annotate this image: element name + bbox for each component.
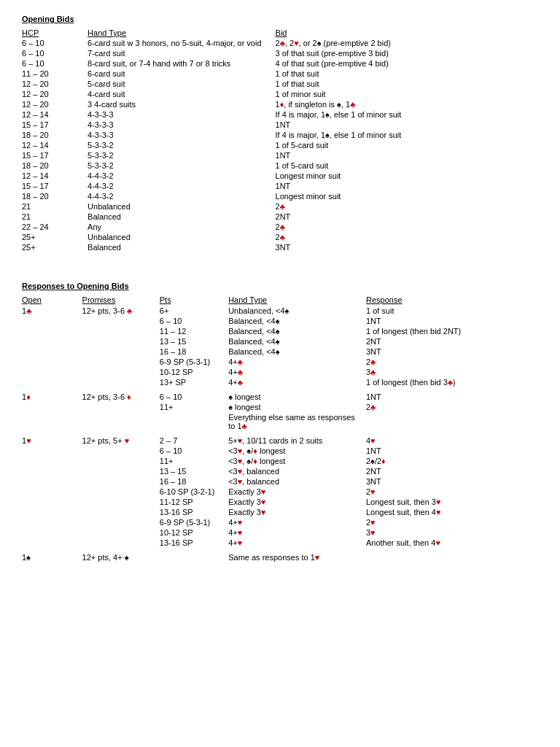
hcp-cell: 21	[22, 212, 88, 222]
hcp-cell: 21	[22, 201, 88, 212]
pts-cell: 6 – 10	[160, 446, 228, 456]
pts-header: Pts	[160, 295, 228, 306]
hand-type-cell: ♠ longest	[228, 402, 366, 412]
hand-cell: Balanced	[88, 212, 275, 222]
pts-cell: 11 – 12	[160, 326, 228, 336]
pts-cell: 13-16 SP	[160, 507, 228, 517]
opening-bid-row: 6 – 10 7-card suit 3 of that suit (pre-e…	[22, 48, 538, 58]
bid-cell: 2♣	[276, 232, 538, 242]
response-row: 1♦ 12+ pts, 3-6 ♦ 6 – 10 ♠ longest 1NT	[22, 392, 538, 402]
bid-header: Bid	[276, 28, 538, 38]
hand-type-cell: 4+♣	[228, 377, 366, 387]
bid-cell: 1NT	[276, 120, 538, 130]
response-cell: 1NT	[366, 446, 538, 456]
hand-cell: 6-card suit	[88, 69, 275, 79]
hand-cell: 7-card suit	[88, 48, 275, 58]
hand-cell: Any	[88, 222, 275, 232]
pts-cell: 11+	[160, 456, 228, 466]
hcp-cell: 15 – 17	[22, 150, 88, 160]
bid-cell: 1NT	[276, 150, 538, 160]
hand-cell: 6-card suit w 3 honors, no 5-suit, 4-maj…	[88, 38, 275, 48]
response-cell: Longest suit, then 3♥	[366, 497, 538, 507]
bid-cell: 1 of 5-card suit	[276, 160, 538, 171]
promises-cell: 12+ pts, 4+ ♠	[82, 552, 160, 562]
hand-type-cell: 4+♥	[228, 527, 366, 538]
hand-cell: 4-3-3-3	[88, 109, 275, 120]
hand-type-cell: 4+♣	[228, 357, 366, 367]
hand-cell: 5-card suit	[88, 79, 275, 89]
hcp-cell: 12 – 14	[22, 171, 88, 181]
pts-cell: 6-9 SP (5-3-1)	[160, 357, 228, 367]
opening-bids-title: Opening Bids	[22, 15, 538, 23]
hand-type-cell: <3♥, ♠/♦ longest	[228, 456, 366, 466]
pts-cell: 16 – 18	[160, 476, 228, 487]
bid-cell: 3 of that suit (pre-emptive 3 bid)	[276, 48, 538, 58]
opening-bid-row: 11 – 20 6-card suit 1 of that suit	[22, 69, 538, 79]
hand-cell: 4-4-3-2	[88, 191, 275, 201]
hcp-cell: 25+	[22, 242, 88, 252]
hand-type-cell: 4+♥	[228, 517, 366, 527]
hand-cell: Unbalanced	[88, 201, 275, 212]
hand-type-cell: Exactly 3♥	[228, 507, 366, 517]
hand-type-cell: <3♥, balanced	[228, 476, 366, 487]
opening-bid-row: 6 – 10 6-card suit w 3 honors, no 5-suit…	[22, 38, 538, 48]
hand-type-cell: <3♥, balanced	[228, 466, 366, 476]
pts-cell: 10-12 SP	[160, 527, 228, 538]
bid-cell: 3NT	[276, 242, 538, 252]
pts-cell: 13+ SP	[160, 377, 228, 387]
response-row: 1♠ 12+ pts, 4+ ♠ Same as responses to 1♥	[22, 552, 538, 562]
bid-cell: 2♣	[276, 201, 538, 212]
opening-bids-section: Opening Bids HCP Hand Type Bid 6 – 10 6-…	[22, 15, 538, 252]
promises-cell: 12+ pts, 5+ ♥	[82, 436, 160, 548]
opening-bid-row: 12 – 14 4-3-3-3 If 4 is major, 1♠, else …	[22, 109, 538, 120]
pts-cell: 6 – 10	[160, 392, 228, 402]
response-cell	[366, 412, 538, 431]
bid-cell: 4 of that suit (pre-emptive 4 bid)	[276, 58, 538, 69]
opening-bid-row: 25+ Balanced 3NT	[22, 242, 538, 252]
hand-type-cell: <3♥, ♠/♦ longest	[228, 446, 366, 456]
bid-cell: 2NT	[276, 212, 538, 222]
opening-bid-row: 18 – 20 5-3-3-2 1 of 5-card suit	[22, 160, 538, 171]
hcp-cell: 6 – 10	[22, 38, 88, 48]
hcp-cell: 6 – 10	[22, 58, 88, 69]
responses-title: Responses to Opening Bids	[22, 282, 538, 290]
hand-type-header-resp: Hand Type	[228, 295, 366, 306]
bid-cell: 1 of 5-card suit	[276, 140, 538, 150]
bid-cell: Longest minor suit	[276, 171, 538, 181]
hcp-cell: 6 – 10	[22, 48, 88, 58]
hcp-cell: 12 – 20	[22, 99, 88, 109]
response-cell: 2♥	[366, 487, 538, 497]
hand-cell: 8-card suit, or 7-4 hand with 7 or 8 tri…	[88, 58, 275, 69]
bid-cell: If 4 is major, 1♠, else 1 of minor suit	[276, 109, 538, 120]
opening-bid-row: 6 – 10 8-card suit, or 7-4 hand with 7 o…	[22, 58, 538, 69]
opening-bid-row: 21 Balanced 2NT	[22, 212, 538, 222]
pts-cell: 11-12 SP	[160, 497, 228, 507]
hcp-cell: 11 – 20	[22, 69, 88, 79]
hand-cell: 4-3-3-3	[88, 120, 275, 130]
response-cell: 3♣	[366, 367, 538, 377]
promises-cell: 12+ pts, 3-6 ♣	[82, 306, 160, 387]
opening-bid-row: 12 – 20 5-card suit 1 of that suit	[22, 79, 538, 89]
response-cell: 1 of longest (then bid 3♣)	[366, 377, 538, 387]
opening-bid-row: 12 – 14 4-4-3-2 Longest minor suit	[22, 171, 538, 181]
hand-type-cell: ♠ longest	[228, 392, 366, 402]
pts-cell: 10-12 SP	[160, 367, 228, 377]
hand-type-cell: Balanced, <4♠	[228, 316, 366, 326]
hand-cell: 4-3-3-3	[88, 130, 275, 140]
hcp-header: HCP	[22, 28, 88, 38]
response-row: 1♣ 12+ pts, 3-6 ♣ 6+ Unbalanced, <4♠ 1 o…	[22, 306, 538, 316]
pts-cell: 2 – 7	[160, 436, 228, 446]
hand-type-cell: Balanced, <4♠	[228, 336, 366, 347]
hand-cell: 4-4-3-2	[88, 171, 275, 181]
opening-bid-row: 15 – 17 4-3-3-3 1NT	[22, 120, 538, 130]
hcp-cell: 12 – 20	[22, 79, 88, 89]
response-cell: 2NT	[366, 336, 538, 347]
open-cell: 1♦	[22, 392, 82, 431]
hcp-cell: 12 – 14	[22, 109, 88, 120]
pts-cell	[160, 552, 228, 562]
response-row: 1♥ 12+ pts, 5+ ♥ 2 – 7 5+♥, 10/11 cards …	[22, 436, 538, 446]
hand-type-cell: Balanced, <4♠	[228, 347, 366, 357]
response-header: Response	[366, 295, 538, 306]
pts-cell: 6-10 SP (3-2-1)	[160, 487, 228, 497]
pts-cell: 13-16 SP	[160, 538, 228, 548]
